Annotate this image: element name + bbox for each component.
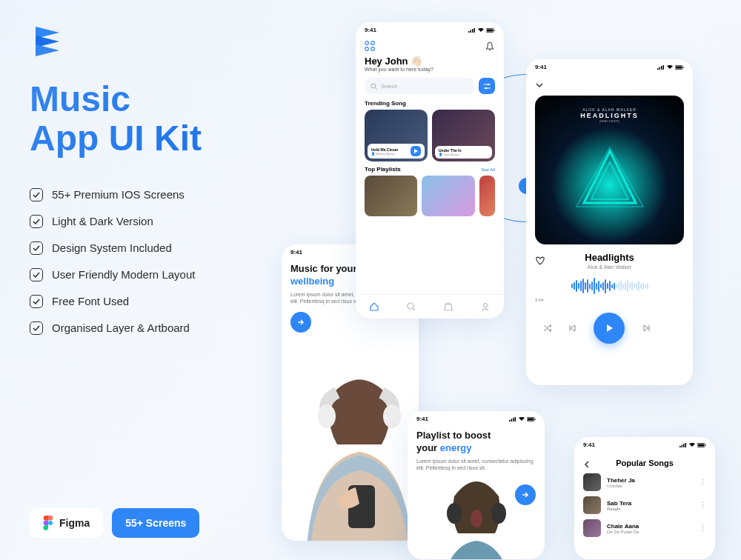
svg-point-22	[371, 47, 375, 51]
svg-point-21	[365, 47, 369, 51]
feature-item: Organised Layer & Artboard	[52, 321, 190, 334]
shuffle-button[interactable]	[543, 324, 552, 333]
play-button[interactable]	[411, 146, 421, 156]
check-icon	[30, 241, 43, 255]
svg-rect-18	[494, 30, 495, 31]
nav-library[interactable]	[442, 301, 454, 313]
favorite-button[interactable]	[535, 256, 545, 266]
svg-point-31	[484, 304, 488, 307]
feature-item: Design System Included	[52, 241, 172, 254]
screen-player: 9:41 ALOK & ALAN WALKER HEADLIGHTS (FEAT…	[526, 59, 693, 385]
feature-item: Free Font Used	[52, 295, 129, 307]
song-art	[583, 519, 601, 537]
svg-point-19	[365, 41, 369, 45]
song-row[interactable]: Chale AanaDe De Pyaar De ⋮	[583, 519, 706, 537]
svg-point-23	[371, 84, 376, 88]
svg-rect-41	[513, 418, 514, 421]
svg-point-26	[487, 83, 489, 85]
svg-rect-35	[663, 65, 665, 70]
onboard-heading: Playlist to boost your energy	[416, 430, 536, 455]
see-all-link[interactable]: See All	[481, 167, 495, 172]
status-time: 9:41	[365, 27, 376, 33]
status-time: 9:41	[416, 416, 428, 422]
svg-rect-14	[472, 29, 473, 33]
notification-icon[interactable]	[485, 41, 495, 51]
figma-icon	[43, 516, 53, 530]
greeting: Hey John 👋🏻	[365, 56, 495, 67]
greeting-sub: What you want to here today?	[365, 67, 495, 72]
nav-home[interactable]	[368, 301, 380, 313]
svg-line-24	[376, 87, 377, 89]
screen-home: 9:41 Hey John 👋🏻 What you want to here t…	[356, 22, 504, 319]
svg-rect-42	[515, 417, 516, 421]
svg-rect-56	[705, 444, 706, 446]
screen-onboarding-energy: 9:41 Playlist to boost your energy Lorem…	[408, 411, 545, 559]
svg-rect-17	[487, 29, 493, 31]
svg-point-20	[371, 41, 375, 45]
song-row[interactable]: Sab TeraBaaghi ⋮	[583, 496, 706, 514]
check-icon	[30, 321, 43, 335]
status-time: 9:41	[290, 249, 302, 256]
play-button[interactable]	[594, 313, 625, 344]
svg-point-49	[491, 503, 506, 524]
song-art	[583, 496, 601, 514]
svg-rect-13	[471, 30, 472, 33]
svg-rect-12	[468, 31, 470, 33]
svg-point-9	[318, 404, 336, 428]
playlist-card[interactable]	[479, 176, 495, 216]
playlist-card[interactable]	[365, 176, 417, 216]
back-icon[interactable]	[583, 461, 591, 468]
svg-rect-32	[657, 68, 659, 70]
svg-rect-15	[474, 28, 476, 33]
svg-rect-50	[679, 446, 681, 447]
next-button[interactable]	[290, 312, 311, 333]
screens-label: 55+ Screens	[125, 517, 186, 529]
previous-button[interactable]	[568, 324, 577, 333]
filter-button[interactable]	[479, 78, 495, 94]
check-icon	[30, 268, 43, 281]
grid-icon[interactable]	[365, 41, 375, 51]
figma-badge[interactable]: Figma	[30, 508, 103, 538]
status-icons	[679, 443, 706, 447]
status-icons	[468, 28, 495, 33]
check-icon	[30, 188, 43, 201]
next-button[interactable]	[642, 324, 651, 333]
trending-card[interactable]: Hold Me Closer👤 Britney Spears	[365, 110, 428, 161]
svg-point-28	[485, 87, 487, 89]
status-time: 9:41	[535, 64, 547, 70]
search-icon	[370, 83, 377, 90]
svg-rect-40	[511, 419, 513, 421]
playlist-card[interactable]	[422, 176, 474, 216]
svg-rect-34	[661, 66, 662, 70]
feature-item: User Friendly Modern Layout	[52, 268, 195, 281]
svg-rect-53	[685, 443, 687, 447]
search-input[interactable]: Search	[365, 78, 474, 94]
album-art: ALOK & ALAN WALKER HEADLIGHTS (FEAT. KID…	[535, 96, 684, 244]
more-icon[interactable]: ⋮	[700, 479, 706, 486]
nav-profile[interactable]	[479, 301, 491, 313]
status-icons	[657, 65, 684, 70]
svg-point-48	[447, 503, 462, 524]
svg-rect-55	[698, 444, 704, 446]
bottom-nav	[356, 294, 504, 319]
song-artist: Alok & Alan Walker	[553, 264, 666, 270]
section-playlists: Top Playlists	[365, 166, 401, 173]
svg-rect-37	[676, 66, 682, 68]
svg-line-30	[413, 308, 415, 310]
nav-search[interactable]	[405, 301, 417, 313]
check-icon	[30, 215, 43, 228]
status-icons	[509, 417, 536, 421]
brand-logo	[30, 22, 65, 58]
more-icon[interactable]: ⋮	[700, 501, 706, 509]
trending-card[interactable]: Under The In👤 Chris Brown	[432, 110, 495, 161]
more-icon[interactable]: ⋮	[700, 524, 706, 532]
section-trending: Trending Song	[365, 100, 406, 107]
arrow-right-icon	[296, 318, 305, 327]
chevron-down-icon[interactable]	[535, 81, 544, 90]
song-row[interactable]: Theher JaOctober ⋮	[583, 473, 706, 491]
waveform[interactable]	[535, 277, 684, 295]
screens-badge[interactable]: 55+ Screens	[112, 508, 199, 538]
play-icon	[604, 323, 614, 333]
hero-illustration	[285, 356, 419, 541]
page-title: Music App UI Kit	[30, 80, 274, 159]
